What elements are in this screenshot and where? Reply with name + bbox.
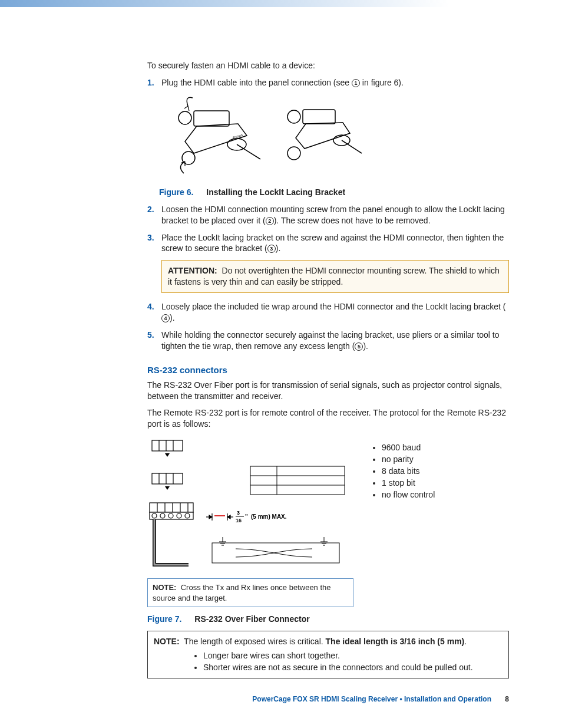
step-number: 3. [147,232,161,255]
svg-rect-9 [152,440,183,451]
header-rule [0,0,562,7]
wiring-diagram-block: 3 16 " (5 mm) MAX. [147,438,353,607]
rs232-wiring-illustration: 3 16 " (5 mm) MAX. [147,438,353,579]
figure-6-caption: Figure 6.Installing the LockIt Lacing Br… [159,187,509,197]
figure-7-caption: Figure 7.RS-232 Over Fiber Connector [147,614,509,624]
footer-page-number: 8 [505,695,509,703]
rs232-heading: RS-232 connectors [147,365,509,375]
note-label: NOTE: [154,637,180,646]
intro-text: To securely fasten an HDMI cable to a de… [147,60,509,71]
spec-item: 8 data bits [382,466,435,476]
step-text: Place the LockIt lacing bracket on the s… [161,232,509,255]
svg-rect-37 [250,466,345,495]
attention-label: ATTENTION: [168,266,217,275]
page-footer: PowerCage FOX SR HDMI Scaling Receiver •… [252,695,509,703]
svg-rect-5 [303,110,335,124]
step-number: 5. [147,330,161,352]
svg-rect-13 [152,473,183,484]
figure-title: RS-232 Over Fiber Connector [194,614,309,624]
svg-text:(5 mm) MAX.: (5 mm) MAX. [251,513,287,520]
step-number: 2. [147,204,161,226]
step-number: 1. [147,77,161,88]
note-text: Cross the Tx and Rx lines once between t… [153,583,331,602]
figure-number: Figure 6. [159,187,193,197]
rs232-p1: The RS-232 Over Fiber port is for transm… [147,380,509,402]
step-2: 2. Loosen the HDMI connection mounting s… [147,204,509,226]
note-lead-a: The length of exposed wires is critical. [184,637,325,646]
figure-number: Figure 7. [147,614,181,624]
step-1: 1. Plug the HDMI cable into the panel co… [147,77,509,88]
svg-rect-1 [194,111,229,126]
spec-item: no flow control [382,490,435,499]
step-4: 4. Loosely place the included tie wrap a… [147,301,509,324]
cross-tx-rx-note: NOTE: Cross the Tx and Rx lines once bet… [147,578,353,607]
note-lead-bold: The ideal length is 3/16 inch (5 mm) [326,637,465,646]
note-bullet: Shorter wires are not as secure in the c… [203,662,503,674]
note-label: NOTE: [153,583,176,592]
note-lead-c: . [464,637,467,646]
svg-text:3: 3 [237,510,240,516]
circled-number-2: 2 [266,217,274,225]
circled-number-5: 5 [355,342,363,351]
svg-rect-41 [212,543,339,563]
svg-rect-17 [150,503,193,512]
rs232-columns: 3 16 " (5 mm) MAX. [147,438,509,607]
svg-point-4 [287,110,300,123]
step-5: 5. While holding the connector securely … [147,330,509,352]
step-text: Loosely place the included tie wrap arou… [161,301,509,324]
circled-number-1: 1 [352,79,360,87]
step-text: Plug the HDMI cable into the panel conne… [161,77,404,88]
attention-text: Do not overtighten the HDMI connector mo… [168,266,500,286]
spec-item: no parity [382,454,435,464]
circled-number-4: 4 [161,314,170,322]
svg-text:": " [245,513,248,520]
page-content: To securely fasten an HDMI cable to a de… [0,7,562,678]
circled-number-3: 3 [267,245,276,253]
wire-length-note: NOTE: The length of exposed wires is cri… [147,631,509,678]
attention-callout: ATTENTION: Do not overtighten the HDMI c… [161,260,509,293]
rs232-protocol-list: 9600 baud no parity 8 data bits 1 stop b… [371,440,435,502]
step-3: 3. Place the LockIt lacing bracket on th… [147,232,509,255]
step-text: While holding the connector securely aga… [161,330,509,352]
svg-text:16: 16 [236,518,242,523]
footer-title: PowerCage FOX SR HDMI Scaling Receiver •… [252,695,491,703]
svg-point-7 [287,147,300,160]
svg-point-0 [178,111,191,124]
rs232-p2: The Remote RS-232 port is for remote con… [147,407,509,430]
step-text: Loosen the HDMI connection mounting scre… [161,204,509,226]
figure-title: Installing the LockIt Lacing Bracket [206,187,345,197]
step-number: 4. [147,301,161,324]
note-bullet: Longer bare wires can short together. [203,650,503,662]
spec-item: 9600 baud [382,443,435,452]
figure-6-illustration: Extron [161,94,509,183]
spec-item: 1 stop bit [382,478,435,487]
